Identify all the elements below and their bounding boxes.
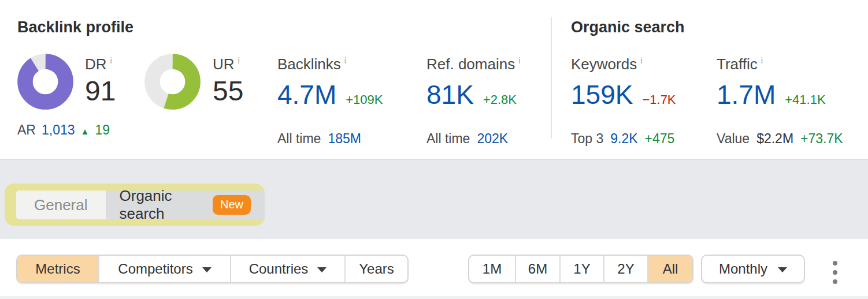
countries-dropdown[interactable]: Countries	[230, 256, 344, 282]
range-1y-button[interactable]: 1Y	[559, 256, 603, 282]
dr-label: DRi	[85, 51, 116, 74]
competitors-dropdown[interactable]: Competitors	[98, 256, 230, 282]
metric-dr: DRi 91	[85, 51, 116, 106]
chevron-down-icon	[202, 267, 212, 272]
traffic-value-link[interactable]: 1.7M	[717, 80, 776, 110]
new-badge: New	[213, 195, 251, 215]
ref-domains-delta: +2.8K	[483, 85, 517, 115]
metric-keywords: Keywordsi 159K −1.7K Top 3 9.2K +475	[571, 51, 676, 147]
ref-domains-value-link[interactable]: 81K	[426, 80, 474, 110]
chevron-down-icon	[317, 267, 327, 272]
tabs-band: General Organic search New	[0, 159, 868, 239]
top3-delta: +475	[645, 130, 675, 147]
date-range-group: 1M 6M 1Y 2Y All	[468, 255, 693, 283]
keywords-label: Keywordsi	[571, 51, 676, 74]
all-time-value-link[interactable]: 202K	[477, 130, 508, 147]
info-icon[interactable]: i	[238, 55, 240, 65]
organic-search-title: Organic search	[571, 18, 685, 36]
ar-delta: 19	[95, 121, 110, 139]
traffic-value-delta: +73.7K	[800, 130, 843, 147]
metrics-button[interactable]: Metrics	[17, 256, 98, 282]
countries-label: Countries	[249, 261, 309, 277]
top3-value-link[interactable]: 9.2K	[610, 130, 637, 147]
metric-ref-domains: Ref. domainsi 81K +2.8K All time 202K	[426, 51, 521, 147]
years-button[interactable]: Years	[344, 256, 407, 282]
ar-rank-row: AR 1,013 ▲ 19	[17, 121, 110, 140]
ar-value-link[interactable]: 1,013	[42, 121, 75, 139]
range-6m-button[interactable]: 6M	[515, 256, 559, 282]
all-time-label: All time	[426, 130, 470, 147]
info-icon[interactable]: i	[640, 55, 642, 65]
ur-label: URi	[213, 51, 243, 74]
top3-label: Top 3	[571, 130, 603, 147]
keywords-value-link[interactable]: 159K	[571, 80, 633, 110]
granularity-label: Monthly	[719, 261, 767, 277]
chevron-down-icon	[778, 267, 787, 272]
ur-donut-chart	[144, 54, 201, 110]
backlink-profile-title: Backlink profile	[17, 18, 133, 36]
kebab-menu-icon[interactable]	[832, 261, 838, 284]
traffic-value-amount: $2.2M	[756, 130, 793, 147]
info-icon[interactable]: i	[344, 55, 346, 65]
tab-general-label: General	[34, 196, 88, 214]
range-1m-button[interactable]: 1M	[469, 256, 515, 282]
metric-backlinks: Backlinksi 4.7M +109K All time 185M	[277, 51, 383, 147]
granularity-dropdown[interactable]: Monthly	[701, 255, 805, 283]
section-divider	[551, 17, 552, 139]
traffic-label: Traffici	[717, 51, 843, 74]
up-triangle-icon: ▲	[81, 123, 90, 140]
ref-domains-label: Ref. domainsi	[426, 51, 521, 74]
next-section-edge	[0, 296, 868, 299]
tab-highlight-annotation: General Organic search New	[5, 184, 265, 226]
metric-ur: URi 55	[213, 51, 243, 106]
backlinks-value-link[interactable]: 4.7M	[277, 80, 336, 110]
info-icon[interactable]: i	[518, 55, 520, 65]
info-icon[interactable]: i	[110, 55, 112, 65]
filter-button-group: Metrics Competitors Countries Years	[16, 255, 409, 283]
tab-general[interactable]: General	[16, 190, 106, 219]
range-all-button[interactable]: All	[647, 256, 692, 282]
metric-traffic: Traffici 1.7M +41.1K Value $2.2M +73.7K	[717, 51, 843, 147]
traffic-delta: +41.1K	[785, 85, 825, 115]
ur-value: 55	[213, 76, 243, 106]
info-icon[interactable]: i	[761, 55, 763, 65]
keywords-delta: −1.7K	[642, 85, 676, 115]
dr-value: 91	[85, 76, 116, 106]
all-time-value-link[interactable]: 185M	[328, 130, 361, 147]
all-time-label: All time	[277, 130, 321, 147]
dr-donut-chart	[17, 54, 73, 110]
tab-organic-search-label: Organic search	[120, 187, 204, 223]
tab-bar: General Organic search New	[16, 190, 265, 219]
backlinks-delta: +109K	[346, 85, 383, 115]
competitors-label: Competitors	[118, 261, 192, 277]
ahrefs-overview-panel: Backlink profile Organic search DRi 91 U…	[0, 0, 868, 299]
value-label: Value	[717, 130, 750, 147]
backlinks-label: Backlinksi	[277, 51, 383, 74]
tab-organic-search[interactable]: Organic search New	[106, 190, 265, 219]
range-2y-button[interactable]: 2Y	[603, 256, 647, 282]
ar-label: AR	[17, 121, 36, 139]
